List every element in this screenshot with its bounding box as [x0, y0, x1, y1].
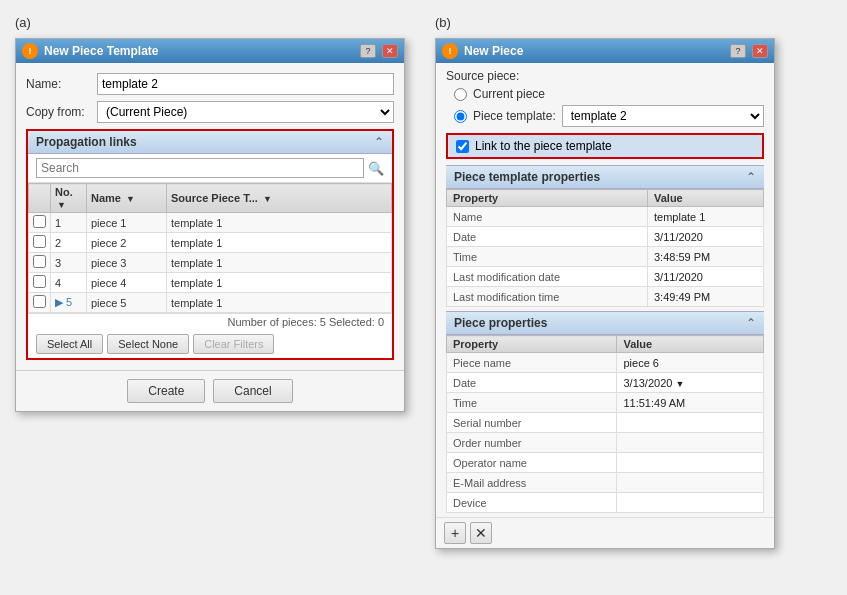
propagation-links-title: Propagation links: [36, 135, 137, 149]
piece-prop-value: 3/13/2020 ▼: [617, 373, 764, 393]
table-row: ▶ 5piece 5template 1: [29, 293, 392, 313]
btn-row: Select All Select None Clear Filters: [28, 330, 392, 358]
row-source: template 1: [167, 233, 392, 253]
pieces-table-container: No. ▼ Name ▼ Source Piece T... ▼ 1piece …: [28, 183, 392, 313]
dropdown-arrow-icon[interactable]: ▼: [675, 379, 684, 389]
piece-prop-name: Serial number: [447, 413, 617, 433]
current-piece-radio[interactable]: [454, 88, 467, 101]
prop-value: template 1: [647, 207, 763, 227]
piece-prop-value: piece 6: [617, 353, 764, 373]
copy-select[interactable]: (Current Piece): [97, 101, 394, 123]
search-input[interactable]: [36, 158, 364, 178]
prop-name: Last modification time: [447, 287, 648, 307]
name-row: Name:: [26, 73, 394, 95]
row-no: ▶ 5: [51, 293, 87, 313]
prop-value: 3/11/2020: [647, 227, 763, 247]
copy-label: Copy from:: [26, 105, 91, 119]
piece-prop-value: [617, 493, 764, 513]
piece-prop-name: E-Mail address: [447, 473, 617, 493]
close-button-b[interactable]: ✕: [752, 44, 768, 58]
row-source: template 1: [167, 273, 392, 293]
col-source[interactable]: Source Piece T... ▼: [167, 184, 392, 213]
propagation-links-header: Propagation links ⌃: [28, 131, 392, 154]
list-item: Nametemplate 1: [447, 207, 764, 227]
clear-filters-button[interactable]: Clear Filters: [193, 334, 274, 354]
piece-template-label: Piece template:: [473, 109, 556, 123]
link-checkbox[interactable]: [456, 140, 469, 153]
template-select[interactable]: template 2: [562, 105, 764, 127]
piece-prop-name: Device: [447, 493, 617, 513]
list-item: Date3/13/2020 ▼: [447, 373, 764, 393]
row-no: 4: [51, 273, 87, 293]
create-button[interactable]: Create: [127, 379, 205, 403]
row-checkbox[interactable]: [33, 255, 46, 268]
prop-name: Name: [447, 207, 648, 227]
piece-props-title: Piece properties: [454, 316, 547, 330]
row-source: template 1: [167, 213, 392, 233]
piece-props-wrapper: Piece properties ⌃ Property Value Piece …: [446, 311, 764, 513]
dialog-a-titlebar: ! New Piece Template ? ✕: [16, 39, 404, 63]
close-button-a[interactable]: ✕: [382, 44, 398, 58]
piece-prop-name: Operator name: [447, 453, 617, 473]
row-no: 2: [51, 233, 87, 253]
piece-prop-value: [617, 413, 764, 433]
row-no: 1: [51, 213, 87, 233]
name-input[interactable]: [97, 73, 394, 95]
list-item: E-Mail address: [447, 473, 764, 493]
row-source: template 1: [167, 293, 392, 313]
row-checkbox[interactable]: [33, 215, 46, 228]
list-item: Operator name: [447, 453, 764, 473]
prop-value: 3:48:59 PM: [647, 247, 763, 267]
current-piece-label: Current piece: [473, 87, 545, 101]
prop-name: Time: [447, 247, 648, 267]
piece-prop-value: [617, 433, 764, 453]
propagation-links-section: Propagation links ⌃ 🔍: [26, 129, 394, 360]
row-name: piece 1: [87, 213, 167, 233]
template-props-header: Piece template properties ⌃: [446, 165, 764, 189]
list-item: Last modification date3/11/2020: [447, 267, 764, 287]
piece-prop-name: Time: [447, 393, 617, 413]
panel-b-label: (b): [435, 15, 775, 30]
help-button-a[interactable]: ?: [360, 44, 376, 58]
select-all-button[interactable]: Select All: [36, 334, 103, 354]
search-row: 🔍: [28, 154, 392, 183]
remove-button[interactable]: ✕: [470, 522, 492, 544]
template-props-collapse[interactable]: ⌃: [746, 170, 756, 184]
prop-col-property: Property: [447, 190, 648, 207]
dialog-a-footer: Create Cancel: [16, 370, 404, 411]
piece-props-table: Property Value Piece namepiece 6Date3/13…: [446, 335, 764, 513]
cancel-button[interactable]: Cancel: [213, 379, 292, 403]
list-item: Time11:51:49 AM: [447, 393, 764, 413]
row-no: 3: [51, 253, 87, 273]
table-row: 3piece 3template 1: [29, 253, 392, 273]
source-label: Source piece:: [446, 69, 764, 83]
row-name: piece 3: [87, 253, 167, 273]
row-checkbox[interactable]: [33, 235, 46, 248]
col-name[interactable]: Name ▼: [87, 184, 167, 213]
source-section: Source piece: Current piece Piece templa…: [436, 63, 774, 133]
row-checkbox[interactable]: [33, 295, 46, 308]
select-none-button[interactable]: Select None: [107, 334, 189, 354]
template-props-table: Property Value Nametemplate 1Date3/11/20…: [446, 189, 764, 307]
col-no[interactable]: No. ▼: [51, 184, 87, 213]
piece-props-collapse[interactable]: ⌃: [746, 316, 756, 330]
piece-template-radio[interactable]: [454, 110, 467, 123]
template-props-wrapper: Piece template properties ⌃ Property Val…: [446, 165, 764, 307]
row-checkbox[interactable]: [33, 275, 46, 288]
collapse-icon[interactable]: ⌃: [374, 135, 384, 149]
list-item: Serial number: [447, 413, 764, 433]
piece-prop-value: [617, 453, 764, 473]
dialog-a-body: Name: Copy from: (Current Piece) Propaga…: [16, 63, 404, 370]
piece-col-property: Property: [447, 336, 617, 353]
list-item: Time3:48:59 PM: [447, 247, 764, 267]
prop-name: Date: [447, 227, 648, 247]
piece-prop-name: Date: [447, 373, 617, 393]
prop-name: Last modification date: [447, 267, 648, 287]
table-row: 2piece 2template 1: [29, 233, 392, 253]
help-button-b[interactable]: ?: [730, 44, 746, 58]
add-button[interactable]: +: [444, 522, 466, 544]
row-source: template 1: [167, 253, 392, 273]
piece-props-header: Piece properties ⌃: [446, 311, 764, 335]
dialog-b: ! New Piece ? ✕ Source piece: Current pi…: [435, 38, 775, 549]
piece-prop-name: Order number: [447, 433, 617, 453]
